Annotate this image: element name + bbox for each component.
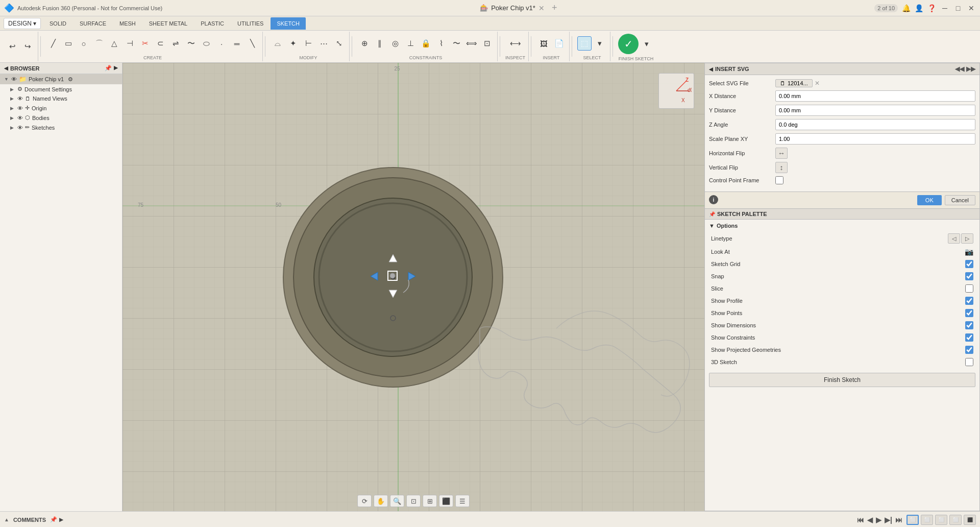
- trim-tool2[interactable]: ✦: [286, 36, 300, 51]
- help-icon[interactable]: ❓: [927, 4, 936, 12]
- z-angle-input[interactable]: [775, 119, 975, 130]
- fix-constraint[interactable]: 🔒: [419, 36, 433, 51]
- browser-item-bodies[interactable]: ▶ 👁 ⬡ Bodies: [0, 113, 122, 123]
- browser-expand-icon[interactable]: ▶: [114, 65, 118, 71]
- undo-button[interactable]: ↩: [5, 39, 19, 54]
- equal-tool[interactable]: ═: [230, 36, 244, 51]
- snap-checkbox[interactable]: [965, 272, 973, 280]
- options-arrow-icon[interactable]: ▼: [709, 223, 715, 229]
- linetype-btn-left[interactable]: ◁: [948, 233, 960, 244]
- tab-sheet-metal[interactable]: SHEET METAL: [143, 17, 193, 30]
- linetype-btn-right[interactable]: ▷: [961, 233, 973, 244]
- tab-mesh[interactable]: MESH: [113, 17, 142, 30]
- timeline-thumb-1[interactable]: ⬜: [906, 515, 919, 525]
- timeline-thumb-3[interactable]: ⬜: [935, 515, 947, 525]
- timeline-thumb-5[interactable]: ⬛: [964, 515, 976, 525]
- redo-button[interactable]: ↪: [20, 39, 35, 54]
- break-tool[interactable]: ⋯: [316, 36, 331, 51]
- tab-utilities[interactable]: UTILITIES: [231, 17, 270, 30]
- show-projected-checkbox[interactable]: [965, 346, 973, 354]
- tab-surface[interactable]: SURFACE: [74, 17, 112, 30]
- eye-icon[interactable]: 👁: [11, 76, 17, 82]
- sketch-grid-checkbox[interactable]: [965, 260, 973, 268]
- circle-tool[interactable]: ○: [77, 36, 91, 51]
- skip-start-button[interactable]: ⏮: [857, 516, 864, 524]
- skip-end-button[interactable]: ⏭: [895, 516, 902, 524]
- symmetry-constraint[interactable]: ⟺: [464, 36, 479, 51]
- construction-line-tool[interactable]: ⊣: [122, 36, 137, 51]
- view-cube-button[interactable]: ⬛: [439, 495, 453, 507]
- tab-solid[interactable]: SOLID: [43, 17, 72, 30]
- new-tab-btn[interactable]: +: [552, 3, 557, 13]
- browser-item-root[interactable]: ▼ 👁 📁 Poker Chip v1 ⚙: [0, 74, 122, 84]
- vertical-flip-button[interactable]: ↕: [775, 162, 788, 173]
- rectangle-tool[interactable]: ▭: [61, 36, 76, 51]
- tab-plastic[interactable]: PLASTIC: [194, 17, 230, 30]
- concentric-constraint[interactable]: ◎: [388, 36, 402, 51]
- comments-expander-icon[interactable]: ▲: [4, 517, 9, 522]
- browser-back-icon[interactable]: ◀: [4, 65, 8, 71]
- browser-item-namedviews[interactable]: ▶ 👁 🗒 Named Views: [0, 94, 122, 103]
- mirror-tool[interactable]: ⇌: [168, 36, 183, 51]
- sketch-dim-tool[interactable]: ╲: [245, 36, 259, 51]
- minimize-button[interactable]: ─: [940, 4, 949, 13]
- browser-pin-icon[interactable]: 📌: [105, 65, 112, 71]
- polygon-tool[interactable]: △: [107, 36, 121, 51]
- y-distance-input[interactable]: [775, 105, 975, 116]
- step-forward-button[interactable]: ▶|: [885, 516, 892, 524]
- collinear-constraint[interactable]: ∥: [373, 36, 387, 51]
- step-back-button[interactable]: ◀: [867, 516, 873, 524]
- user-icon[interactable]: 👤: [915, 4, 923, 12]
- show-constraints-checkbox[interactable]: [965, 333, 973, 342]
- zoom-fit-button[interactable]: ⊡: [406, 495, 421, 507]
- finish-sketch-button[interactable]: ✓: [618, 34, 639, 54]
- palette-pin-icon[interactable]: 📌: [709, 211, 715, 217]
- eye-icon[interactable]: 👁: [17, 125, 23, 131]
- control-point-checkbox[interactable]: [775, 176, 783, 184]
- select-all-constraint[interactable]: ⊡: [480, 36, 494, 51]
- slice-checkbox[interactable]: [965, 284, 973, 293]
- offset-tool[interactable]: ⊂: [153, 36, 167, 51]
- comments-pin-icon[interactable]: 📌: [50, 516, 57, 523]
- extend-tool[interactable]: ⊢: [301, 36, 315, 51]
- look-at-icon[interactable]: 📷: [965, 248, 973, 256]
- finish-sketch-dropdown[interactable]: ▾: [640, 37, 654, 51]
- coincident-constraint[interactable]: ⊕: [357, 36, 372, 51]
- fillet-tool[interactable]: ⌓: [271, 36, 285, 51]
- eye-icon[interactable]: 👁: [17, 105, 23, 111]
- show-points-checkbox[interactable]: [965, 309, 973, 317]
- panel-back-icon[interactable]: ◀: [709, 66, 713, 72]
- grid-button[interactable]: ⊞: [423, 495, 437, 507]
- pan-button[interactable]: ✋: [374, 495, 388, 507]
- x-distance-input[interactable]: [775, 90, 975, 102]
- tab-sketch[interactable]: SKETCH: [271, 17, 306, 30]
- info-icon[interactable]: i: [709, 195, 718, 204]
- display-settings-button[interactable]: ☰: [455, 495, 470, 507]
- close-tab-btn[interactable]: ✕: [538, 4, 545, 12]
- notification-icon[interactable]: 🔔: [902, 4, 911, 12]
- play-button[interactable]: ▶: [876, 516, 881, 524]
- show-profile-checkbox[interactable]: [965, 297, 973, 305]
- scale-input[interactable]: [775, 133, 975, 145]
- timeline-thumb-2[interactable]: ⬜: [921, 515, 933, 525]
- zoom-button[interactable]: 🔍: [390, 495, 404, 507]
- arc-tool[interactable]: ⌒: [92, 36, 106, 51]
- measure-tool[interactable]: ⟷: [508, 36, 523, 51]
- horizontal-flip-button[interactable]: ↔: [775, 148, 788, 159]
- browser-item-docsettings[interactable]: ▶ ⚙ Document Settings: [0, 84, 122, 94]
- design-dropdown[interactable]: DESIGN ▾: [4, 18, 41, 29]
- cancel-button[interactable]: Cancel: [945, 195, 975, 205]
- show-dimensions-checkbox[interactable]: [965, 321, 973, 329]
- close-file-icon[interactable]: ✕: [815, 80, 820, 87]
- scale-tool[interactable]: ⤡: [332, 36, 346, 51]
- canvas-area[interactable]: 25 75 50 75: [122, 63, 704, 511]
- tangent-constraint[interactable]: ⌇: [434, 36, 448, 51]
- spline-tool[interactable]: 〜: [184, 36, 198, 51]
- browser-item-sketches[interactable]: ▶ 👁 ✏ Sketches: [0, 123, 122, 132]
- select-file-button[interactable]: 🗒 12014...: [775, 79, 813, 87]
- trim-tool[interactable]: ✂: [138, 36, 152, 51]
- browser-item-origin[interactable]: ▶ 👁 ✛ Origin: [0, 103, 122, 113]
- finish-sketch-palette-button[interactable]: Finish Sketch: [709, 373, 975, 387]
- select-tool[interactable]: ⬚: [577, 36, 592, 51]
- smooth-constraint[interactable]: 〜: [449, 36, 463, 51]
